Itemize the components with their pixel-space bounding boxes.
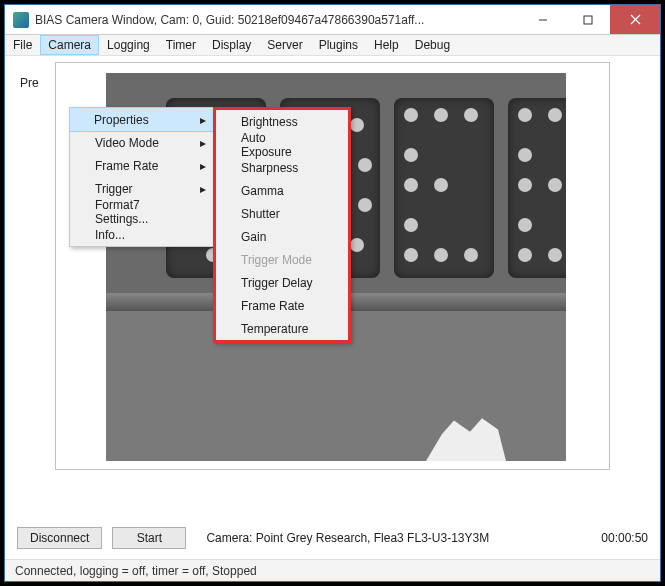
preview-label: Pre [20, 76, 39, 90]
content-area: Pre [5, 56, 660, 517]
menu-item-label: Trigger Delay [241, 276, 313, 290]
minimize-button[interactable] [520, 5, 565, 34]
menu-item-label: Frame Rate [95, 159, 158, 173]
menu-properties[interactable]: Properties▸ [69, 107, 215, 132]
chevron-right-icon: ▸ [200, 136, 206, 150]
chevron-right-icon: ▸ [200, 113, 206, 127]
menu-video-mode[interactable]: Video Mode▸ [70, 131, 214, 154]
camera-info-label: Camera: Point Grey Research, Flea3 FL3-U… [206, 531, 489, 545]
menu-item-label: Gain [241, 230, 266, 244]
menu-item-label: Gamma [241, 184, 284, 198]
menu-help[interactable]: Help [366, 35, 407, 55]
menu-format7-settings[interactable]: Format7 Settings... [70, 200, 214, 223]
close-icon [630, 14, 641, 25]
camera-dropdown: Properties▸ Video Mode▸ Frame Rate▸ Trig… [69, 107, 215, 247]
statusbar: Connected, logging = off, timer = off, S… [5, 559, 660, 581]
chevron-right-icon: ▸ [200, 159, 206, 173]
submenu-trigger-delay[interactable]: Trigger Delay [216, 271, 348, 294]
submenu-temperature[interactable]: Temperature [216, 317, 348, 340]
menu-timer[interactable]: Timer [158, 35, 204, 55]
menu-item-label: Shutter [241, 207, 280, 221]
menu-server[interactable]: Server [259, 35, 310, 55]
menu-info[interactable]: Info... [70, 223, 214, 246]
menu-item-label: Video Mode [95, 136, 159, 150]
bottom-toolbar: Disconnect Start Camera: Point Grey Rese… [5, 517, 660, 559]
menu-item-label: Frame Rate [241, 299, 304, 313]
submenu-frame-rate-prop[interactable]: Frame Rate [216, 294, 348, 317]
app-icon [13, 12, 29, 28]
svg-rect-1 [584, 16, 592, 24]
app-window: BIAS Camera Window, Cam: 0, Guid: 50218e… [4, 4, 661, 582]
close-button[interactable] [610, 5, 660, 34]
letter-shape [394, 98, 494, 278]
submenu-trigger-mode: Trigger Mode [216, 248, 348, 271]
maximize-button[interactable] [565, 5, 610, 34]
menubar: File Camera Logging Timer Display Server… [5, 35, 660, 56]
timecode-label: 00:00:50 [601, 531, 648, 545]
submenu-auto-exposure[interactable]: Auto Exposure [216, 133, 348, 156]
maximize-icon [583, 15, 593, 25]
submenu-gain[interactable]: Gain [216, 225, 348, 248]
submenu-shutter[interactable]: Shutter [216, 202, 348, 225]
window-buttons [520, 5, 660, 34]
submenu-sharpness[interactable]: Sharpness [216, 156, 348, 179]
minimize-icon [538, 15, 548, 25]
letter-shape [508, 98, 566, 278]
menu-display[interactable]: Display [204, 35, 259, 55]
menu-camera[interactable]: Camera [40, 35, 99, 55]
status-text: Connected, logging = off, timer = off, S… [15, 564, 257, 578]
menu-item-label: Info... [95, 228, 125, 242]
menu-item-label: Trigger [95, 182, 133, 196]
chevron-right-icon: ▸ [200, 182, 206, 196]
menu-item-label: Temperature [241, 322, 308, 336]
titlebar: BIAS Camera Window, Cam: 0, Guid: 50218e… [5, 5, 660, 35]
menu-item-label: Sharpness [241, 161, 298, 175]
menu-item-label: Properties [94, 113, 149, 127]
menu-plugins[interactable]: Plugins [311, 35, 366, 55]
submenu-gamma[interactable]: Gamma [216, 179, 348, 202]
menu-item-label: Format7 Settings... [95, 198, 184, 226]
menu-file[interactable]: File [5, 35, 40, 55]
menu-debug[interactable]: Debug [407, 35, 458, 55]
disconnect-button[interactable]: Disconnect [17, 527, 102, 549]
menu-frame-rate[interactable]: Frame Rate▸ [70, 154, 214, 177]
window-title: BIAS Camera Window, Cam: 0, Guid: 50218e… [35, 13, 520, 27]
menu-item-label: Brightness [241, 115, 298, 129]
menu-logging[interactable]: Logging [99, 35, 158, 55]
start-button[interactable]: Start [112, 527, 186, 549]
properties-submenu: Brightness Auto Exposure Sharpness Gamma… [213, 107, 351, 343]
menu-item-label: Trigger Mode [241, 253, 312, 267]
menu-item-label: Auto Exposure [241, 131, 318, 159]
